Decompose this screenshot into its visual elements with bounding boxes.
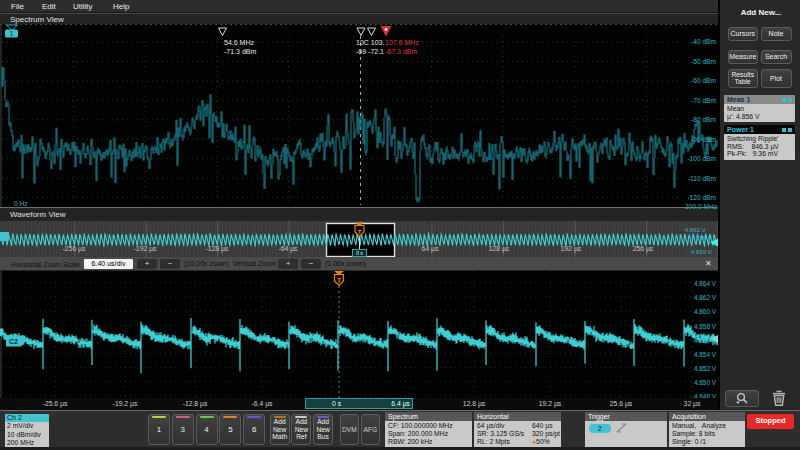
svg-text:10C 103.: 10C 103.: [356, 39, 384, 46]
svg-text:4.850 V: 4.850 V: [694, 379, 717, 386]
svg-text:192 µs: 192 µs: [561, 245, 582, 253]
svg-text:-50 dBm: -50 dBm: [691, 58, 716, 65]
svg-text:4.856 V: 4.856 V: [694, 337, 717, 344]
svg-text:128 µs: 128 µs: [489, 245, 510, 253]
svg-text:256 µs: 256 µs: [633, 245, 654, 253]
svg-text:4.858 V: 4.858 V: [694, 323, 717, 330]
svg-text:-70 dBm: -70 dBm: [691, 97, 716, 104]
svg-text:-120 dBm: -120 dBm: [687, 194, 716, 201]
svg-text:-100 dBm: -100 dBm: [687, 155, 716, 162]
svg-text:54.6 MHz: 54.6 MHz: [224, 39, 254, 46]
svg-text:-64 µs: -64 µs: [278, 245, 298, 253]
svg-text:-90 dBm: -90 dBm: [691, 136, 716, 143]
svg-text:4.856 V: 4.856 V: [691, 234, 713, 241]
svg-text:4.862 V: 4.862 V: [685, 226, 707, 233]
svg-text:4.854 V: 4.854 V: [694, 351, 717, 358]
svg-text:T: T: [337, 277, 341, 284]
svg-text:-60 dBm: -60 dBm: [691, 77, 716, 84]
svg-text:4.864 V: 4.864 V: [694, 280, 717, 287]
svg-text:4.862 V: 4.862 V: [694, 294, 717, 301]
svg-text:-69 -72.1: -69 -72.1: [356, 48, 384, 55]
svg-text:4.850 V: 4.850 V: [691, 248, 713, 255]
svg-text:-71.3 dBm: -71.3 dBm: [224, 48, 256, 55]
svg-text:C2: C2: [9, 338, 18, 345]
svg-text:-192 µs: -192 µs: [134, 245, 157, 253]
svg-text:-110 dBm: -110 dBm: [688, 175, 717, 182]
svg-text:-128 µs: -128 µs: [206, 245, 229, 253]
svg-text:-80 dBm: -80 dBm: [691, 116, 716, 123]
svg-text:0 s: 0 s: [356, 250, 363, 256]
svg-text:107.6 MHz: 107.6 MHz: [385, 39, 419, 46]
svg-text:-256 µs: -256 µs: [63, 245, 86, 253]
svg-text:1: 1: [10, 30, 14, 37]
svg-text:-40 dBm: -40 dBm: [691, 38, 716, 45]
svg-text:64 µs: 64 µs: [422, 245, 439, 253]
svg-text:T: T: [358, 229, 362, 235]
svg-text:4.860 V: 4.860 V: [694, 308, 717, 315]
svg-text:0 Hz: 0 Hz: [14, 200, 28, 207]
svg-text:4.852 V: 4.852 V: [694, 365, 717, 372]
svg-text:-67.3 dBm: -67.3 dBm: [385, 48, 417, 55]
